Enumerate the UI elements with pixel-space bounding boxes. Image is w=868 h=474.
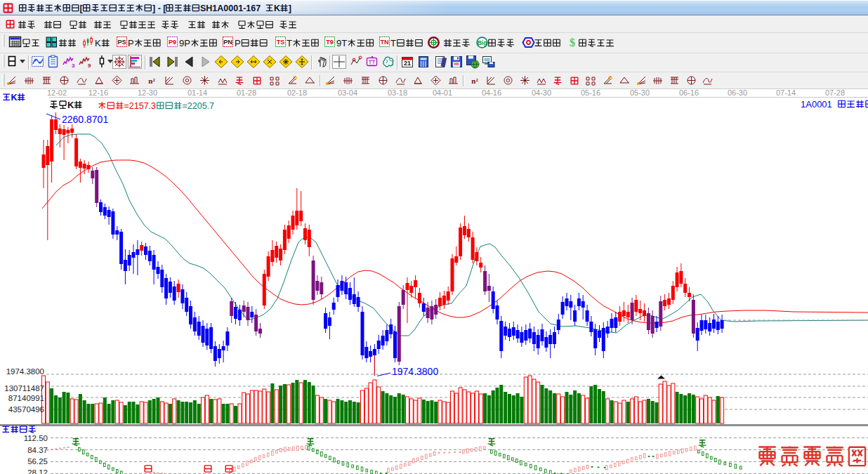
svg-text:21: 21	[404, 60, 411, 67]
svg-text:02-18: 02-18	[287, 88, 307, 97]
svg-text:T: T	[390, 38, 396, 48]
svg-text:43570496: 43570496	[8, 405, 44, 414]
svg-text:04-16: 04-16	[482, 88, 501, 97]
svg-text:=2157.3: =2157.3	[124, 101, 157, 111]
svg-text:SH1A0001-167: SH1A0001-167	[200, 4, 261, 13]
svg-text:05-30: 05-30	[630, 88, 650, 97]
svg-text:n²: n²	[148, 77, 155, 85]
svg-text:P9: P9	[169, 39, 176, 46]
svg-text:04-30: 04-30	[532, 88, 551, 97]
svg-text:56.25: 56.25	[27, 457, 48, 466]
svg-text:112.50: 112.50	[24, 434, 48, 442]
svg-text:12-30: 12-30	[138, 88, 157, 97]
svg-text:01-14: 01-14	[188, 88, 207, 97]
svg-text:07-14: 07-14	[776, 88, 796, 97]
svg-text:TS: TS	[277, 39, 285, 46]
svg-text:1A0001: 1A0001	[801, 99, 832, 110]
svg-text:Big: Big	[478, 39, 487, 46]
svg-text:]: ]	[289, 4, 291, 13]
svg-text:3: 3	[72, 62, 75, 69]
svg-text:K: K	[274, 4, 280, 13]
svg-text:TN: TN	[381, 39, 389, 46]
svg-text:12-02: 12-02	[47, 88, 67, 97]
svg-text:K: K	[67, 100, 74, 110]
svg-text:1974.3800: 1974.3800	[6, 367, 44, 376]
svg-text:P: P	[235, 38, 241, 48]
svg-text:12-16: 12-16	[88, 88, 108, 97]
svg-text:T: T	[287, 38, 292, 48]
svg-text:PN: PN	[223, 39, 232, 46]
svg-text:2260.8701: 2260.8701	[62, 114, 108, 125]
svg-text:84.37: 84.37	[27, 446, 48, 454]
svg-text:P: P	[128, 38, 134, 48]
svg-text:01-28: 01-28	[237, 88, 256, 97]
svg-text:06-16: 06-16	[679, 88, 699, 97]
svg-text:28.12: 28.12	[27, 468, 48, 474]
svg-text:9P: 9P	[179, 38, 190, 48]
svg-text:K: K	[11, 93, 18, 103]
svg-text:K: K	[95, 38, 101, 48]
svg-text:9T: 9T	[336, 38, 347, 48]
svg-text:] - [: ] - [	[152, 4, 166, 13]
svg-text:06-30: 06-30	[728, 88, 747, 97]
svg-text:87140991: 87140991	[8, 394, 44, 402]
svg-text:07-28: 07-28	[825, 88, 845, 97]
svg-text:03-04: 03-04	[338, 88, 357, 97]
svg-text:05-16: 05-16	[581, 88, 600, 97]
svg-text:04-01: 04-01	[433, 88, 452, 97]
svg-text:1974.3800: 1974.3800	[392, 366, 438, 377]
svg-text:T9: T9	[326, 39, 334, 46]
svg-text:=2205.7: =2205.7	[183, 101, 215, 111]
svg-text:$: $	[570, 37, 575, 48]
svg-text:n²: n²	[471, 77, 478, 85]
svg-text:130711487: 130711487	[4, 384, 44, 393]
svg-text:PS: PS	[117, 39, 126, 46]
svg-text:9: 9	[88, 62, 91, 69]
svg-text:03-18: 03-18	[388, 88, 407, 97]
